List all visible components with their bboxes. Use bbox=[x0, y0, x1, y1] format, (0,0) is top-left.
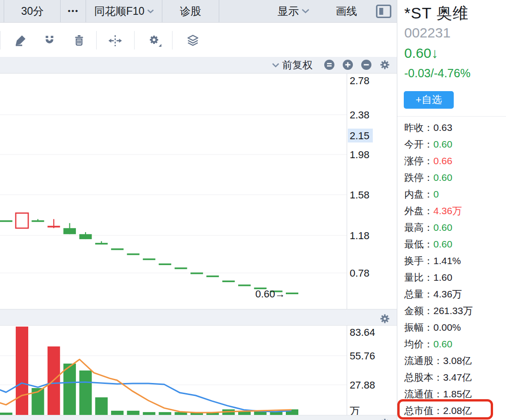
stat-value: 4.36万 bbox=[433, 205, 462, 216]
stat-label: 内盘： bbox=[404, 189, 433, 199]
stat-value: 0.63 bbox=[433, 122, 452, 133]
stat-row: 均价：0.60 bbox=[404, 336, 504, 352]
stat-value: 1.60 bbox=[433, 272, 452, 283]
stat-value: 3.08亿 bbox=[443, 355, 472, 366]
price-change: -0.03/-4.76% bbox=[404, 67, 470, 80]
stat-row: 总量：4.36万 bbox=[404, 286, 504, 303]
add-to-watchlist-label: +自选 bbox=[416, 93, 442, 107]
svg-text:1.18: 1.18 bbox=[350, 230, 370, 241]
stat-value: 0.66 bbox=[433, 155, 452, 166]
pane-divider-strip bbox=[0, 309, 397, 326]
more-periods-button[interactable]: ••• bbox=[60, 0, 86, 22]
stat-label: 均价： bbox=[404, 339, 433, 349]
stock-code: 002231 bbox=[404, 25, 450, 41]
stat-value: 261.33万 bbox=[433, 305, 473, 316]
chevron-down-icon bbox=[302, 9, 309, 13]
last-price-label: 0.60→ bbox=[255, 288, 285, 300]
stat-row: 外盘：4.36万 bbox=[404, 203, 504, 219]
stat-row: 总股本：3.47亿 bbox=[404, 369, 504, 386]
chart-settings-gear-icon[interactable] bbox=[379, 59, 390, 70]
stat-value: 4.36万 bbox=[433, 289, 462, 299]
stat-label: 换手： bbox=[404, 255, 433, 266]
stat-label: 量比： bbox=[404, 272, 433, 283]
stat-label: 流通值： bbox=[404, 389, 443, 399]
stat-value: 1.85亿 bbox=[443, 389, 472, 399]
current-price: 0.60↓ bbox=[404, 45, 438, 61]
panel-layout-toggle-icon[interactable] bbox=[376, 4, 392, 19]
zoom-out-button[interactable] bbox=[361, 59, 372, 70]
svg-text:1.58: 1.58 bbox=[350, 189, 370, 201]
stat-label: 总量： bbox=[404, 289, 433, 299]
stat-value: 0.60 bbox=[433, 139, 452, 149]
volume-settings-gear-icon[interactable] bbox=[379, 313, 390, 324]
candlestick-chart-canvas[interactable]: 2.782.382.151.981.581.180.780.60→ bbox=[0, 73, 397, 309]
svg-text:55.76: 55.76 bbox=[350, 350, 375, 362]
stat-label: 流通股： bbox=[404, 355, 443, 366]
chevron-down-icon bbox=[272, 63, 279, 68]
stat-value: 0 bbox=[433, 189, 439, 199]
display-menu-button[interactable]: 显示 bbox=[278, 0, 309, 22]
divider bbox=[96, 31, 97, 49]
stat-value: 0.60 bbox=[433, 172, 452, 183]
magnet-snap-icon[interactable] bbox=[43, 34, 56, 48]
stat-label: 最低： bbox=[404, 239, 433, 249]
stats-list: 昨收：0.63今开：0.60涨停：0.66跌停：0.60内盘：0外盘：4.36万… bbox=[404, 119, 504, 419]
stat-value: 3.47亿 bbox=[443, 372, 472, 383]
stat-label: 昨收： bbox=[404, 122, 433, 133]
stock-app-window: 30分 ••• 同花顺F10 诊股 显示 画线 bbox=[0, 0, 506, 420]
quote-panel: *ST 奥维 002231 0.60↓ -0.03/-4.76% +自选 昨收：… bbox=[397, 0, 506, 420]
stat-value: 1.41% bbox=[433, 255, 461, 266]
ths-f10-button[interactable]: 同花顺F10 bbox=[86, 0, 162, 22]
more-dots-icon: ••• bbox=[68, 6, 79, 16]
stat-row: 最低：0.60 bbox=[404, 236, 504, 253]
layers-icon[interactable] bbox=[186, 34, 200, 48]
split-adjust-icon[interactable] bbox=[108, 34, 122, 48]
stat-row: 内盘：0 bbox=[404, 186, 504, 203]
settings-gear-icon[interactable] bbox=[148, 34, 162, 48]
zoom-in-button[interactable] bbox=[342, 59, 353, 70]
svg-text:83.64: 83.64 bbox=[350, 327, 375, 338]
stat-label: 跌停： bbox=[404, 172, 433, 183]
svg-text:2.15: 2.15 bbox=[350, 130, 370, 142]
delete-trash-icon[interactable] bbox=[72, 34, 86, 48]
stat-row: 流通股：3.08亿 bbox=[404, 352, 504, 369]
price-down-arrow-icon: ↓ bbox=[431, 45, 438, 61]
draw-line-label: 画线 bbox=[336, 4, 357, 19]
zoom-reset-button[interactable] bbox=[324, 59, 335, 70]
gear-caret bbox=[159, 44, 161, 47]
volume-chart-canvas[interactable]: 83.6455.7627.88万 bbox=[0, 326, 397, 415]
drawing-toolbar bbox=[0, 23, 397, 57]
top-toolbar: 30分 ••• 同花顺F10 诊股 显示 画线 bbox=[0, 0, 397, 23]
ths-f10-label: 同花顺F10 bbox=[94, 4, 145, 19]
tab-period-30min[interactable]: 30分 bbox=[4, 0, 61, 22]
divider bbox=[172, 31, 173, 49]
stat-row: 昨收：0.63 bbox=[404, 119, 504, 136]
main-chart-header: 前复权 bbox=[0, 57, 397, 74]
stat-label: 总市值： bbox=[404, 405, 443, 416]
svg-text:2.78: 2.78 bbox=[350, 75, 370, 86]
stat-row: 跌停：0.60 bbox=[404, 169, 504, 186]
diagnose-stock-label: 诊股 bbox=[180, 4, 201, 19]
stat-label: 总股本： bbox=[404, 372, 443, 383]
next-pane-gear-icon[interactable] bbox=[379, 418, 390, 420]
stat-label: 今开： bbox=[404, 139, 433, 149]
diagnose-stock-button[interactable]: 诊股 bbox=[162, 0, 219, 22]
price-adjust-dropdown[interactable]: 前复权 bbox=[272, 57, 313, 73]
stat-row: 金额：261.33万 bbox=[404, 303, 504, 319]
divider bbox=[397, 116, 506, 117]
stat-value: 0.60 bbox=[433, 239, 452, 249]
add-to-watchlist-button[interactable]: +自选 bbox=[404, 91, 454, 109]
draw-pencil-icon[interactable] bbox=[13, 34, 27, 48]
stat-row: 量比：1.60 bbox=[404, 269, 504, 286]
stat-row: 最高：0.60 bbox=[404, 219, 504, 236]
stat-value: 0.60 bbox=[433, 339, 452, 349]
tab-period-30min-label: 30分 bbox=[21, 4, 44, 19]
stat-label: 外盘： bbox=[404, 205, 433, 216]
stat-label: 涨停： bbox=[404, 155, 433, 166]
stat-row: 总市值：2.08亿 bbox=[404, 402, 504, 419]
stat-value: 0.60 bbox=[433, 222, 452, 233]
draw-line-button[interactable]: 画线 bbox=[336, 0, 357, 22]
stat-row: 今开：0.60 bbox=[404, 136, 504, 153]
stat-label: 金额： bbox=[404, 305, 433, 316]
divider bbox=[134, 31, 135, 49]
